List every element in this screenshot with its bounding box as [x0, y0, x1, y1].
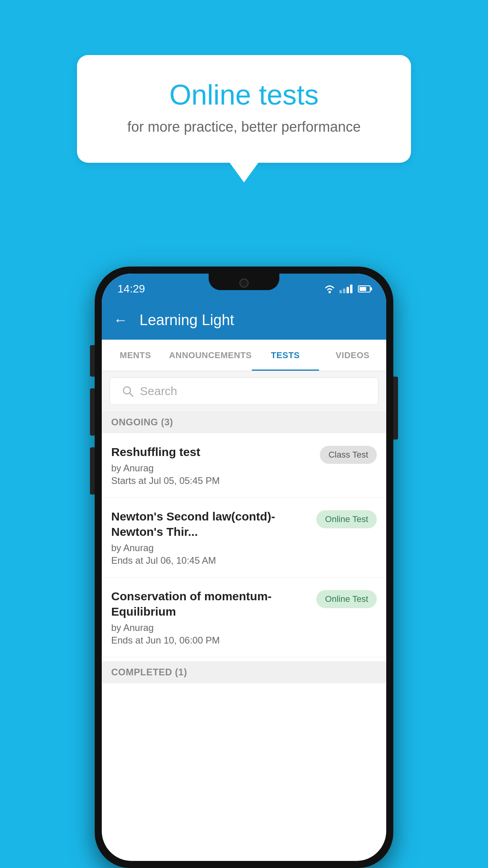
- test-badge-online: Online Test: [316, 510, 377, 528]
- phone-button-power: [393, 377, 398, 440]
- completed-section-header: COMPLETED (1): [102, 661, 386, 683]
- phone-mockup: 14:29: [95, 267, 393, 868]
- tab-ments[interactable]: MENTS: [102, 340, 169, 371]
- phone-screen: 14:29: [102, 274, 386, 861]
- search-placeholder: Search: [140, 384, 177, 398]
- test-author: by Anurag: [111, 622, 308, 633]
- test-list: Reshuffling test by Anurag Starts at Jul…: [102, 433, 386, 657]
- tab-videos[interactable]: VIDEOS: [319, 340, 386, 371]
- test-info: Newton's Second law(contd)-Newton's Thir…: [111, 509, 316, 566]
- test-date: Ends at Jun 10, 06:00 PM: [111, 635, 308, 646]
- test-author: by Anurag: [111, 542, 308, 554]
- signal-icon: [339, 285, 352, 293]
- phone-notch: [209, 274, 279, 290]
- back-button[interactable]: ←: [114, 312, 128, 328]
- test-name: Reshuffling test: [111, 444, 312, 460]
- test-date: Ends at Jul 06, 10:45 AM: [111, 555, 308, 566]
- test-badge-online: Online Test: [316, 590, 377, 608]
- test-date: Starts at Jul 05, 05:45 PM: [111, 475, 312, 486]
- phone-button-vol-up: [90, 345, 95, 377]
- phone-button-vol-down-1: [90, 388, 95, 436]
- test-item[interactable]: Conservation of momentum-Equilibrium by …: [102, 577, 386, 657]
- tabs-bar: MENTS ANNOUNCEMENTS TESTS VIDEOS: [102, 340, 386, 371]
- test-item[interactable]: Newton's Second law(contd)-Newton's Thir…: [102, 498, 386, 577]
- search-icon: [122, 385, 134, 397]
- svg-point-0: [328, 291, 331, 293]
- battery-icon: [358, 285, 371, 292]
- speech-bubble-title: Online tests: [108, 79, 380, 111]
- search-input[interactable]: Search: [110, 377, 378, 405]
- speech-bubble-subtitle: for more practice, better performance: [108, 119, 380, 135]
- test-name: Conservation of momentum-Equilibrium: [111, 588, 308, 619]
- phone-button-vol-down-2: [90, 447, 95, 495]
- status-time: 14:29: [117, 283, 145, 295]
- search-container: Search: [102, 371, 386, 411]
- speech-bubble: Online tests for more practice, better p…: [77, 55, 411, 163]
- completed-section-title: COMPLETED (1): [111, 667, 187, 677]
- status-icons: [324, 285, 371, 293]
- speech-bubble-container: Online tests for more practice, better p…: [77, 55, 411, 163]
- phone-outer: 14:29: [95, 267, 393, 868]
- camera-icon: [239, 278, 249, 288]
- ongoing-section-title: ONGOING (3): [111, 417, 173, 427]
- test-badge-class: Class Test: [320, 446, 377, 464]
- ongoing-section-header: ONGOING (3): [102, 411, 386, 433]
- test-info: Conservation of momentum-Equilibrium by …: [111, 588, 316, 646]
- test-item[interactable]: Reshuffling test by Anurag Starts at Jul…: [102, 433, 386, 498]
- tab-announcements[interactable]: ANNOUNCEMENTS: [169, 340, 252, 371]
- tab-tests[interactable]: TESTS: [252, 340, 319, 371]
- test-name: Newton's Second law(contd)-Newton's Thir…: [111, 509, 308, 539]
- svg-line-2: [130, 393, 133, 396]
- app-header: ← Learning Light: [102, 300, 386, 340]
- app-title: Learning Light: [139, 312, 234, 329]
- test-info: Reshuffling test by Anurag Starts at Jul…: [111, 444, 320, 486]
- wifi-icon: [324, 285, 336, 293]
- test-author: by Anurag: [111, 463, 312, 474]
